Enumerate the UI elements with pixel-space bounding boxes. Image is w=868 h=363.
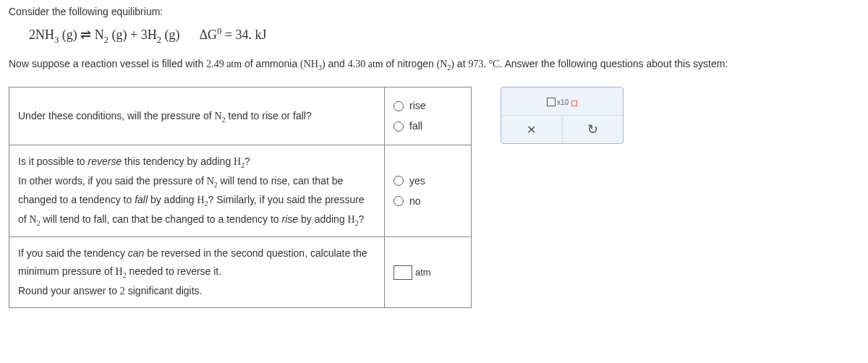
question-prompt: Now suppose a reaction vessel is filled … bbox=[9, 56, 859, 74]
q3-text: If you said the tendency can be reversed… bbox=[9, 237, 385, 308]
q2-text: Is it possible to reverse this tendency … bbox=[9, 145, 385, 237]
answer-toolbar: x10 ✕ ↺ bbox=[501, 87, 624, 144]
radio-icon bbox=[393, 121, 404, 132]
radio-icon bbox=[393, 176, 404, 186]
q2-yes-label: yes bbox=[409, 172, 425, 190]
q1-fall-label: fall bbox=[409, 117, 422, 135]
square-icon bbox=[547, 98, 556, 106]
q2-no-option[interactable]: no bbox=[393, 192, 462, 210]
clear-button[interactable]: ✕ bbox=[501, 116, 562, 143]
radio-icon bbox=[393, 101, 404, 111]
q3-answer: atm bbox=[385, 237, 472, 308]
q2-yes-option[interactable]: yes bbox=[393, 172, 462, 190]
exponent-icon bbox=[571, 101, 577, 106]
q2-answers: yes no bbox=[385, 145, 472, 237]
unit-label: atm bbox=[415, 267, 431, 278]
x10-label: x10 bbox=[557, 98, 569, 106]
undo-button[interactable]: ↺ bbox=[562, 116, 624, 143]
radio-icon bbox=[393, 196, 404, 206]
pressure-input[interactable] bbox=[393, 265, 412, 280]
q1-rise-label: rise bbox=[409, 97, 426, 115]
q1-fall-option[interactable]: fall bbox=[393, 117, 462, 135]
close-icon: ✕ bbox=[527, 123, 536, 137]
undo-icon: ↺ bbox=[587, 121, 598, 137]
q2-no-label: no bbox=[409, 192, 421, 210]
q1-rise-option[interactable]: rise bbox=[393, 97, 462, 115]
scientific-notation-button[interactable]: x10 bbox=[547, 98, 577, 106]
question-table: Under these conditions, will the pressur… bbox=[9, 87, 472, 308]
equilibrium-equation: 2NH3 (g) ⇌ N2 (g) + 3H2 (g) ΔG0 = 34. kJ bbox=[29, 26, 859, 46]
q1-answers: rise fall bbox=[385, 87, 472, 145]
intro-text: Consider the following equilibrium: bbox=[9, 6, 859, 17]
q1-text: Under these conditions, will the pressur… bbox=[9, 87, 385, 145]
